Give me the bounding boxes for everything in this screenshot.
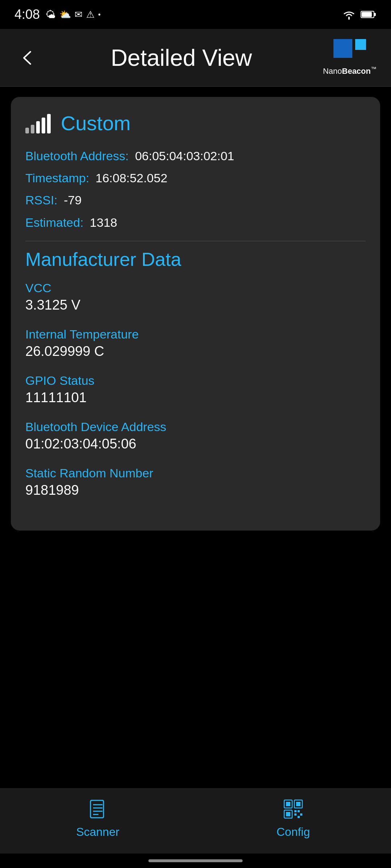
rssi-value: -79 (64, 193, 81, 207)
timestamp-row: Timestamp: 16:08:52.052 (25, 167, 366, 189)
signal-bar-2 (31, 125, 34, 133)
signal-bar-4 (42, 118, 45, 133)
internal-temperature-label: Internal Temperature (25, 327, 366, 341)
vcc-label: VCC (25, 281, 366, 295)
beacon-name: Custom (61, 111, 131, 135)
back-arrow-icon (18, 49, 36, 67)
signal-strength-icon (25, 113, 51, 133)
svg-rect-9 (286, 802, 290, 806)
svg-rect-13 (286, 812, 290, 816)
svg-rect-18 (298, 816, 300, 818)
logo-blue-square (333, 39, 352, 58)
weather-icon: 🌤 (46, 9, 56, 21)
timestamp-value: 16:08:52.052 (96, 171, 168, 185)
scanner-icon-svg (87, 798, 109, 820)
device-card: Custom Bluetooth Address: 06:05:04:03:02… (11, 97, 380, 531)
home-indicator-bar (148, 859, 243, 862)
mail-icon: ✉ (75, 9, 83, 20)
status-icons: 🌤 ⛅ ✉ ⚠ • (46, 9, 101, 21)
logo-tm: ™ (371, 66, 377, 72)
gpio-status-field: GPIO Status 11111101 (25, 374, 366, 405)
nav-item-config[interactable]: Config (257, 796, 329, 839)
warning-icon: ⚠ (86, 9, 94, 20)
status-bar: 4:08 🌤 ⛅ ✉ ⚠ • (0, 0, 391, 29)
main-content: Custom Bluetooth Address: 06:05:04:03:02… (0, 87, 391, 788)
bluetooth-address-label: Bluetooth Address: (25, 149, 129, 163)
svg-rect-16 (298, 810, 300, 812)
back-button[interactable] (14, 45, 40, 71)
bottom-nav: Scanner Config (0, 788, 391, 854)
page-title: Detailed View (40, 44, 323, 71)
svg-rect-2 (362, 12, 372, 17)
scanner-icon (85, 796, 110, 822)
static-random-number-label: Static Random Number (25, 466, 366, 480)
svg-rect-14 (294, 810, 297, 812)
logo-text: NanoBeacon™ (323, 66, 377, 76)
vcc-field: VCC 3.3125 V (25, 281, 366, 313)
logo-light-square (355, 39, 366, 50)
static-random-number-value: 9181989 (25, 482, 366, 498)
config-label: Config (277, 825, 310, 839)
svg-rect-11 (296, 802, 300, 806)
beacon-header: Custom (25, 111, 366, 135)
battery-icon (361, 10, 377, 19)
manufacturer-data-title: Manufacturer Data (25, 248, 366, 270)
svg-rect-3 (91, 800, 104, 818)
status-right (342, 9, 377, 20)
gpio-status-label: GPIO Status (25, 374, 366, 388)
estimated-value: 1318 (90, 216, 117, 229)
signal-bar-1 (25, 128, 29, 133)
logo-squares (333, 39, 366, 64)
app-logo: NanoBeacon™ (323, 39, 377, 76)
wifi-icon (342, 9, 356, 20)
config-icon (281, 796, 306, 822)
timestamp-label: Timestamp: (25, 171, 89, 185)
estimated-row: Estimated: 1318 (25, 212, 366, 234)
cloud-icon: ⛅ (59, 9, 71, 20)
svg-rect-15 (294, 813, 297, 816)
gpio-status-value: 11111101 (25, 390, 366, 405)
bluetooth-device-address-value: 01:02:03:04:05:06 (25, 436, 366, 452)
static-random-number-field: Static Random Number 9181989 (25, 466, 366, 498)
bluetooth-address-value: 06:05:04:03:02:01 (135, 149, 234, 163)
app-bar: Detailed View NanoBeacon™ (0, 29, 391, 87)
bluetooth-address-row: Bluetooth Address: 06:05:04:03:02:01 (25, 145, 366, 167)
logo-beacon: Beacon (342, 67, 371, 76)
status-time: 4:08 (14, 7, 40, 22)
bluetooth-device-address-label: Bluetooth Device Address (25, 420, 366, 434)
home-indicator (0, 854, 391, 868)
svg-rect-1 (374, 13, 376, 16)
logo-nano: Nano (323, 67, 342, 76)
config-icon-svg (282, 798, 304, 820)
signal-bar-5 (47, 114, 51, 133)
estimated-label: Estimated: (25, 216, 84, 229)
vcc-value: 3.3125 V (25, 297, 366, 313)
nav-item-scanner[interactable]: Scanner (62, 796, 134, 839)
rssi-label: RSSI: (25, 193, 58, 207)
bluetooth-device-address-field: Bluetooth Device Address 01:02:03:04:05:… (25, 420, 366, 452)
rssi-row: RSSI: -79 (25, 189, 366, 211)
internal-temperature-value: 26.029999 C (25, 344, 366, 359)
scanner-label: Scanner (76, 825, 119, 839)
internal-temperature-field: Internal Temperature 26.029999 C (25, 327, 366, 359)
signal-bar-3 (36, 121, 40, 133)
dot-icon: • (98, 10, 101, 19)
svg-rect-17 (300, 813, 302, 816)
status-left: 4:08 🌤 ⛅ ✉ ⚠ • (14, 7, 101, 22)
section-divider (25, 241, 366, 241)
